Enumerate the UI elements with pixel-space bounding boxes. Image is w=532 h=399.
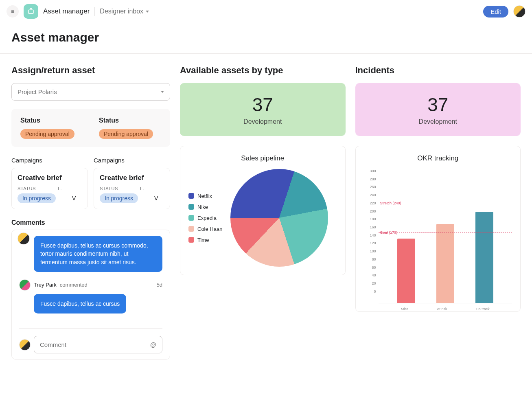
x-label: At risk [437,307,447,311]
user-avatar[interactable] [513,5,525,18]
incidents-title: Incidents [355,65,521,76]
comments-title: Comments [11,219,170,226]
bar-ontrack [475,212,493,303]
page-title: Asset manager [11,31,521,44]
legend-label: Cole Haan [197,226,222,232]
incidents-count: 37 [359,94,517,116]
assign-title: Assign/return asset [11,65,170,76]
app-logo-icon [24,4,38,19]
assets-title: Available assets by type [180,65,346,76]
status-label: Status [99,117,153,124]
goal-line: Goal (170) [379,232,512,232]
brief-l-value: V [72,195,76,202]
legend-item: Nike [188,204,222,210]
app-title: Asset manager [43,7,90,15]
pie-chart-title: Sales pipeline [188,154,337,162]
bar-chart: 3002802602402202001801601401201008060402… [364,169,512,303]
legend-label: Nike [197,204,208,210]
campaigns-label: Campaigns [94,157,170,164]
chevron-down-icon [146,11,149,13]
brief-l-value: V [154,195,158,202]
pie-chart-card: Sales pipeline Netflix Nike Expedia Cole… [180,146,346,275]
inbox-label: Designer inbox [100,8,143,15]
brief-status-header: STATUS [100,186,124,191]
hamburger-icon[interactable]: ≡ [7,5,19,18]
comment-bubble: Fusce dapibus, tellus ac cursus [34,294,126,314]
legend-label: Netflix [197,193,212,199]
comment-timestamp: 5d [157,282,162,288]
legend-item: Netflix [188,193,222,199]
project-select-value: Project Polaris [18,88,57,95]
x-label: On track [476,307,490,311]
assets-sub: Development [184,118,342,125]
brief-l-header: L. [140,186,164,191]
status-badge: Pending approval [99,129,153,139]
legend-item: Time [188,237,222,243]
brief-title: Creative brief [100,174,164,182]
commenter-name: Trey Park [34,282,57,288]
commenter-avatar [18,232,30,245]
campaigns-label: Campaigns [11,157,88,164]
inbox-dropdown[interactable]: Designer inbox [100,8,149,15]
comments-section: Comments Fusce dapibus, tellus ac cursus… [11,219,170,360]
svg-rect-0 [28,10,33,13]
column-right: Incidents 37 Development OKR tracking 30… [355,65,521,312]
topbar: ≡ Asset manager Designer inbox Edit [0,0,532,23]
assets-count: 37 [184,94,342,116]
pie-chart [230,169,328,267]
brief-status-value: In progress [18,193,56,203]
column-left: Assign/return asset Project Polaris Stat… [11,65,170,360]
brief-l-header: L. [58,186,82,191]
bar-chart-card: OKR tracking 300280260240220200180160140… [355,146,521,312]
brief-title: Creative brief [18,174,82,182]
stretch-label: Stretch (240) [380,201,401,205]
content: Assign/return asset Project Polaris Stat… [0,54,532,371]
pie-legend: Netflix Nike Expedia Cole Haan Time [188,193,222,243]
legend-item: Expedia [188,215,222,221]
divider [19,328,162,329]
incidents-sub: Development [359,118,517,125]
status-label: Status [20,117,74,124]
legend-label: Expedia [197,215,217,221]
bar-plot-area: Stretch (240) Goal (170) Miss At risk On… [379,169,512,303]
commenter-avatar [19,279,31,291]
bar-x-axis: Miss At risk On track [379,307,512,311]
comment-placeholder: Comment [40,341,66,348]
comment-input-row: Comment @ [19,336,162,353]
x-label: Miss [401,307,409,311]
comments-box: Fusce dapibus, tellus ac cursus commodo,… [11,230,170,360]
legend-item: Cole Haan [188,226,222,232]
divider [94,7,95,16]
edit-button[interactable]: Edit [483,6,508,18]
bar-miss [397,239,415,303]
mention-icon[interactable]: @ [150,341,156,348]
comment-input[interactable]: Comment @ [34,336,162,353]
brief-card[interactable]: Creative brief STATUS L. In progress V [94,168,170,209]
brief-status-value: In progress [100,193,138,203]
page-title-bar: Asset manager [0,23,532,54]
brief-status-header: STATUS [18,186,42,191]
brief-card[interactable]: Creative brief STATUS L. In progress V [11,168,88,209]
bar-y-axis: 3002802602402202001801601401201008060402… [364,169,376,294]
legend-label: Time [197,237,209,243]
comment-header: Trey Park commented 5d [19,279,162,291]
comment-bubble: Fusce dapibus, tellus ac cursus commodo,… [34,236,162,272]
bar-chart-title: OKR tracking [364,154,512,162]
bar-atrisk [436,224,454,303]
comment-action: commented [60,282,88,288]
status-card: Status Pending approval Status Pending a… [11,109,170,147]
current-user-avatar [19,339,31,351]
chevron-down-icon [161,91,164,93]
stretch-line: Stretch (240) [379,203,512,203]
incidents-stat-card: 37 Development [355,83,521,136]
column-mid: Available assets by type 37 Development … [180,65,346,275]
project-select[interactable]: Project Polaris [11,83,170,101]
goal-label: Goal (170) [380,230,398,235]
assets-stat-card: 37 Development [180,83,346,136]
campaigns-row: Campaigns Creative brief STATUS L. In pr… [11,157,170,209]
status-badge: Pending approval [20,129,74,139]
